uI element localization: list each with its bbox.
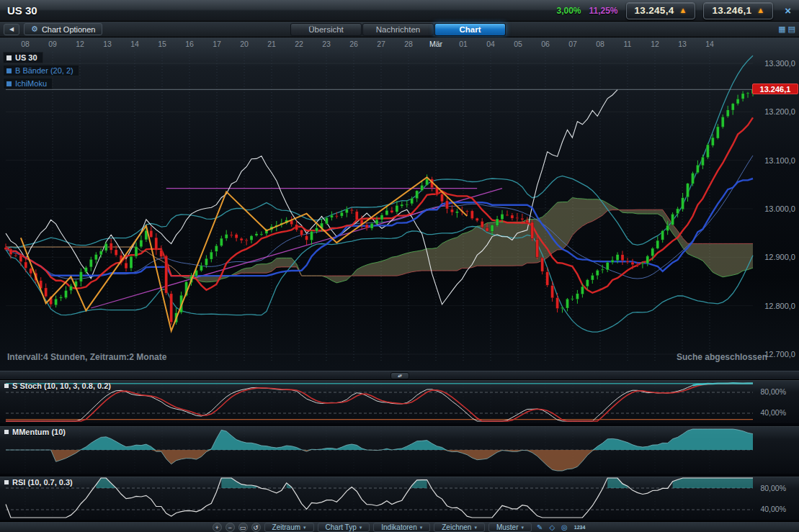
trading-app-window: US 30 3,00% 11,25% 13.245,4 ▲ 13.246,1 ▲… [0, 0, 799, 532]
svg-text:12: 12 [651, 40, 659, 48]
indikatoren-dropdown[interactable]: Indikatoren ▾ [373, 523, 430, 532]
main-chart-panel: 080912131415161720212223262728Mär0104050… [0, 37, 799, 371]
layout-icons: ▦ ▤ [778, 25, 795, 33]
svg-text:06: 06 [541, 40, 550, 48]
legend-item-ichimoku[interactable]: IchiMoku [3, 78, 53, 89]
legend-item-us30[interactable]: US 30 [3, 52, 43, 63]
svg-text:17: 17 [213, 40, 221, 48]
chart-toolbar: ◀ ⚙ Chart Optionen Übersicht Nachrichten… [0, 22, 799, 37]
svg-text:13: 13 [103, 40, 112, 48]
panel-splitter: ▴▾ [0, 371, 799, 380]
momentum-panel: MMentum (10) [0, 426, 799, 474]
momentum-canvas[interactable] [0, 426, 799, 474]
zeichnen-dropdown[interactable]: Zeichnen ▾ [434, 523, 485, 532]
indicator-swatch [4, 384, 9, 388]
chevron-down-icon: ▾ [420, 525, 423, 531]
numbers-icon[interactable]: 1234 [573, 523, 587, 532]
chart-options-button[interactable]: ⚙ Chart Optionen [24, 23, 102, 35]
chevron-down-icon: ▾ [360, 525, 362, 531]
series-swatch [6, 68, 12, 73]
current-price-tag: 13.246,1 [752, 84, 798, 94]
current-price-value: 13.246,1 [760, 85, 791, 94]
price-chart-canvas[interactable]: 080912131415161720212223262728Mär0104050… [0, 37, 799, 371]
rsi-canvas[interactable] [0, 477, 799, 520]
momentum-label[interactable]: MMentum (10) [4, 428, 66, 436]
svg-text:11: 11 [624, 40, 632, 48]
indicator-swatch [4, 480, 9, 484]
zoom-out-button[interactable]: − [226, 523, 235, 532]
rsi-level-40: 40,00% [760, 505, 786, 513]
pencil-icon[interactable]: ✎ [535, 523, 544, 532]
svg-text:20: 20 [240, 40, 249, 48]
svg-text:13.200,0: 13.200,0 [764, 107, 795, 116]
bid-price: 13.245,4 [635, 5, 674, 16]
svg-text:12.900,0: 12.900,0 [764, 253, 795, 261]
zoom-in-button[interactable]: + [213, 523, 222, 532]
shape-icon[interactable]: ◇ [548, 523, 556, 532]
zeitraum-dropdown[interactable]: Zeitraum ▾ [264, 523, 314, 532]
stochastic-panel: S Stoch (10, 10, 3, 0.8, 0.2) 80,00% 40,… [0, 380, 799, 423]
up-arrow-icon: ▲ [756, 6, 764, 14]
chevron-down-icon: ▾ [474, 525, 477, 531]
rsi-level-80: 80,00% [760, 484, 786, 492]
tab-uebersicht[interactable]: Übersicht [290, 23, 362, 36]
chart-typ-dropdown[interactable]: Chart Typ ▾ [318, 523, 370, 532]
svg-text:16: 16 [185, 40, 194, 48]
chevron-down-icon: ▾ [303, 525, 306, 531]
svg-text:08: 08 [21, 40, 30, 48]
bottom-toolbar: + − ▭ ↺ Zeitraum ▾ Chart Typ ▾ Indikator… [0, 521, 799, 532]
legend-label: US 30 [15, 53, 37, 62]
svg-text:27: 27 [377, 40, 385, 48]
rsi-panel: RSI (10, 0.7, 0.3) 80,00% 40,00% [0, 477, 799, 520]
target-icon[interactable]: ◎ [560, 523, 569, 532]
layout-grid-icon[interactable]: ▦ [778, 25, 785, 33]
search-status: Suche abgeschlossen [677, 352, 767, 362]
tab-chart[interactable]: Chart [434, 23, 506, 36]
svg-text:23: 23 [322, 40, 331, 48]
sell-price-button[interactable]: 13.245,4 ▲ [626, 2, 696, 19]
collapse-panel-button[interactable]: ◀ [4, 24, 19, 35]
ask-price: 13.246,1 [712, 5, 751, 16]
legend-label: B Bänder (20, 2) [15, 66, 73, 75]
interval-info: Intervall:4 Stunden, Zeitraum:2 Monate [7, 352, 166, 362]
indicator-swatch [4, 430, 9, 434]
svg-text:07: 07 [568, 40, 577, 48]
svg-text:21: 21 [267, 40, 276, 48]
muster-dropdown[interactable]: Muster ▾ [488, 523, 532, 532]
stoch-level-80: 80,00% [760, 387, 786, 396]
svg-text:28: 28 [404, 40, 413, 48]
stochastic-label[interactable]: S Stoch (10, 10, 3, 0.8, 0.2) [4, 382, 111, 390]
svg-text:13.000,0: 13.000,0 [764, 204, 795, 213]
buy-price-button[interactable]: 13.246,1 ▲ [703, 2, 773, 19]
splitter-handle-button[interactable]: ▴▾ [390, 372, 409, 379]
tab-nachrichten[interactable]: Nachrichten [362, 23, 434, 36]
svg-text:13: 13 [678, 40, 687, 48]
svg-text:08: 08 [596, 40, 604, 48]
svg-text:14: 14 [130, 40, 139, 48]
series-swatch [6, 55, 12, 60]
margin-percent: 11,25% [589, 6, 618, 16]
svg-text:15: 15 [158, 40, 166, 48]
marquee-zoom-button[interactable]: ▭ [238, 523, 248, 532]
close-button[interactable]: × [781, 4, 795, 17]
tab-bar: Übersicht Nachrichten Chart [290, 23, 506, 36]
stochastic-canvas[interactable] [0, 380, 799, 423]
instrument-title: US 30 [7, 4, 37, 17]
gear-icon: ⚙ [31, 25, 38, 33]
svg-text:12.700,0: 12.700,0 [764, 350, 795, 359]
legend-label: IchiMoku [15, 79, 47, 88]
layout-rows-icon[interactable]: ▤ [788, 25, 795, 33]
legend-item-bollinger[interactable]: B Bänder (20, 2) [3, 65, 79, 76]
reset-view-button[interactable]: ↺ [251, 523, 261, 532]
up-arrow-icon: ▲ [679, 6, 687, 14]
svg-text:09: 09 [48, 40, 57, 48]
svg-text:12: 12 [76, 40, 84, 48]
series-swatch [6, 81, 12, 86]
svg-text:Mär: Mär [429, 40, 443, 48]
title-bar: US 30 3,00% 11,25% 13.245,4 ▲ 13.246,1 ▲… [0, 0, 799, 22]
svg-text:13.100,0: 13.100,0 [764, 156, 795, 165]
svg-text:13.300,0: 13.300,0 [764, 59, 795, 68]
rsi-label[interactable]: RSI (10, 0.7, 0.3) [4, 478, 73, 487]
change-percent: 3,00% [556, 6, 581, 16]
svg-text:01: 01 [459, 40, 468, 48]
